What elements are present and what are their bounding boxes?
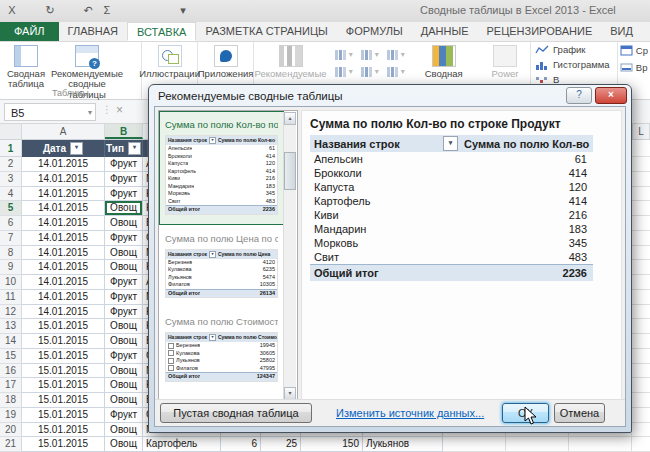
change-source-link[interactable]: Изменить источник данных... <box>336 407 484 419</box>
cell-total[interactable]: 150 <box>301 437 363 452</box>
cell-type[interactable]: Овощ <box>105 260 143 275</box>
cell-seller[interactable]: Лукьянов <box>363 437 443 452</box>
sparkline-line-button[interactable]: График <box>531 42 617 57</box>
cell-date[interactable]: 15.01.2015 <box>22 334 105 349</box>
cell-type[interactable]: Овощ <box>105 437 143 452</box>
filter-dropdown-icon[interactable]: ▾ <box>70 142 83 155</box>
qat-icon[interactable] <box>24 3 38 17</box>
header-cell-type[interactable]: Тип ▾ <box>105 140 143 157</box>
cell-empty[interactable] <box>632 260 650 275</box>
ribbon-tab[interactable]: РЕЦЕНЗИРОВАНИЕ <box>477 22 601 41</box>
cell-empty[interactable] <box>632 275 650 290</box>
ribbon-tab[interactable]: ВИД <box>601 22 642 41</box>
area-chart-dropdown[interactable]: ▾ <box>361 64 385 79</box>
cell-price[interactable]: 25 <box>261 437 301 452</box>
qat-icon[interactable]: ↶ <box>81 3 95 17</box>
cell-type[interactable]: Фрукт <box>105 231 143 246</box>
cell-date[interactable]: 15.01.2015 <box>22 393 105 408</box>
cell-empty[interactable] <box>632 334 650 349</box>
scatter-chart-dropdown[interactable]: ▾ <box>335 64 359 79</box>
row-number[interactable]: 18 <box>0 393 22 408</box>
ribbon-tab[interactable]: РАЗРАБОТЧИК <box>642 22 650 41</box>
qat-icon[interactable] <box>138 3 152 17</box>
cell-empty[interactable] <box>632 437 650 452</box>
cell-empty[interactable] <box>632 201 650 216</box>
cell-empty[interactable] <box>632 290 650 305</box>
row-number[interactable]: 21 <box>0 437 22 452</box>
row-number[interactable]: 10 <box>0 275 22 290</box>
cell-type[interactable]: Овощ <box>105 334 143 349</box>
name-box-dropdown-icon[interactable]: ▾ <box>88 104 92 122</box>
qat-icon[interactable]: X <box>5 3 19 17</box>
pivot-chart-button[interactable]: Сводная <box>418 42 470 79</box>
row-number[interactable]: 5 <box>0 201 22 216</box>
qat-icon[interactable] <box>119 3 133 17</box>
dialog-help-button[interactable]: ? <box>566 87 592 104</box>
cell-product[interactable]: Картофель <box>143 437 221 452</box>
qat-icon[interactable]: Σ <box>100 3 114 17</box>
cell-empty[interactable] <box>632 393 650 408</box>
name-box[interactable]: B5 ▾ <box>4 103 96 121</box>
cell-type[interactable]: Овощ <box>105 423 143 438</box>
ribbon-tab[interactable]: ВСТАВКА <box>127 22 196 41</box>
recommended-charts-button[interactable]: Рекомендуемые <box>254 42 328 79</box>
cancel-entry-icon[interactable]: × <box>116 103 123 117</box>
power-view-button[interactable]: Power <box>480 42 530 79</box>
cell-type[interactable]: Овощ <box>105 319 143 334</box>
cell-type[interactable]: Овощ <box>105 246 143 261</box>
cell-type[interactable]: Овощ <box>105 216 143 231</box>
cell-empty[interactable] <box>632 216 650 231</box>
select-all-corner[interactable] <box>0 124 22 139</box>
cell-date[interactable]: 14.01.2015 <box>22 216 105 231</box>
cell-date[interactable]: 14.01.2015 <box>22 246 105 261</box>
row-number[interactable]: 15 <box>0 349 22 364</box>
cell-empty[interactable] <box>632 187 650 202</box>
cell-empty[interactable] <box>632 378 650 393</box>
cell-type[interactable]: Фрукт <box>105 187 143 202</box>
row-number[interactable]: 19 <box>0 408 22 423</box>
cancel-button[interactable]: Отмена <box>554 403 605 423</box>
row-number[interactable]: 12 <box>0 305 22 320</box>
cell-date[interactable]: 14.01.2015 <box>22 275 105 290</box>
pivot-table-button[interactable]: Сводная таблица <box>0 42 52 90</box>
line-chart-dropdown[interactable]: ▾ <box>361 47 385 62</box>
cell-date[interactable]: 14.01.2015 <box>22 157 105 172</box>
row-number[interactable]: 7 <box>0 231 22 246</box>
cell-empty[interactable] <box>632 231 650 246</box>
ribbon-tab[interactable]: ГЛАВНАЯ <box>59 22 127 41</box>
slicer-button[interactable]: Ср <box>618 42 650 59</box>
cell-date[interactable]: 15.01.2015 <box>22 378 105 393</box>
scrollbar-thumb[interactable] <box>284 152 296 190</box>
cell-empty[interactable] <box>632 423 650 438</box>
cell-type[interactable]: Овощ <box>105 201 143 216</box>
cell-date[interactable]: 15.01.2015 <box>22 423 105 438</box>
row-number[interactable]: 2 <box>0 157 22 172</box>
cell-type[interactable]: Фрукт <box>105 305 143 320</box>
cell-type[interactable]: Фрукт <box>105 349 143 364</box>
scroll-up-icon[interactable]: ▴ <box>284 112 296 125</box>
cell-type[interactable]: Овощ <box>105 364 143 379</box>
column-chart-dropdown[interactable]: ▾ <box>335 47 359 62</box>
cell-empty[interactable] <box>632 364 650 379</box>
row-number[interactable]: 3 <box>0 172 22 187</box>
cell-date[interactable]: 14.01.2015 <box>22 187 105 202</box>
cell-empty[interactable] <box>632 246 650 261</box>
cell-empty[interactable] <box>632 319 650 334</box>
cell-empty[interactable] <box>632 349 650 364</box>
illustrations-button[interactable]: Иллюстрации <box>142 42 198 79</box>
row-number[interactable]: 9 <box>0 260 22 275</box>
cell-date[interactable]: 14.01.2015 <box>22 305 105 320</box>
row-number[interactable]: 6 <box>0 216 22 231</box>
row-number[interactable]: 13 <box>0 319 22 334</box>
ribbon-tab[interactable]: ДАННЫЕ <box>412 22 478 41</box>
cell-date[interactable]: 14.01.2015 <box>22 201 105 216</box>
cell-date[interactable]: 15.01.2015 <box>22 349 105 364</box>
cell-empty[interactable] <box>632 305 650 320</box>
combo-chart-dropdown[interactable]: ▾ <box>387 64 411 79</box>
column-header-b[interactable]: B <box>105 124 143 139</box>
ribbon-tab[interactable]: ФОРМУЛЫ <box>337 22 412 41</box>
filter-dropdown-icon[interactable]: ▾ <box>128 142 141 155</box>
cell-empty[interactable] <box>632 408 650 423</box>
row-number[interactable]: 20 <box>0 423 22 438</box>
row-number-1[interactable]: 1 <box>0 140 22 157</box>
